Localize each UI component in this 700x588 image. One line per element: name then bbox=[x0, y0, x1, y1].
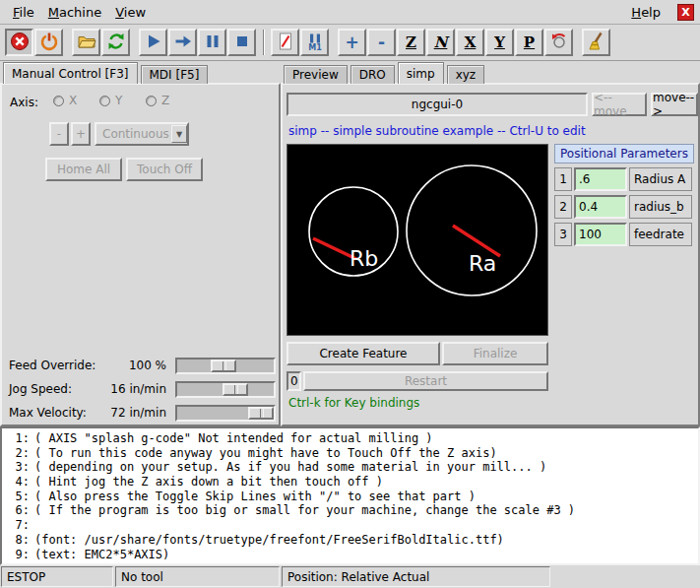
open-file-button[interactable] bbox=[72, 29, 100, 56]
menu-machine[interactable]: Machine bbox=[41, 2, 108, 23]
tab-manual-control[interactable]: Manual Control [F3] bbox=[3, 62, 138, 84]
letter-z-icon: Z bbox=[406, 33, 416, 51]
param-index: 2 bbox=[554, 195, 572, 219]
gcode-line: 1:( AXIS "splash g-code" Not intended fo… bbox=[4, 431, 696, 446]
jog-plus-button[interactable]: + bbox=[71, 122, 91, 146]
view-perspective-button[interactable]: P bbox=[515, 29, 543, 56]
max-velocity-label: Max Velocity: bbox=[9, 406, 87, 420]
axis-radio-z[interactable]: Z bbox=[146, 94, 169, 107]
view-z-rotated-button[interactable]: N bbox=[426, 29, 455, 56]
move-right-button[interactable]: move--> bbox=[651, 93, 698, 116]
axis-radio-x[interactable]: X bbox=[53, 94, 77, 107]
create-feature-button[interactable]: Create Feature bbox=[286, 342, 440, 365]
view-y-button[interactable]: Y bbox=[485, 29, 514, 56]
reload-button[interactable] bbox=[101, 29, 130, 56]
letter-p-icon: P bbox=[524, 33, 535, 51]
gcode-line: 3:( depending on your setup. As if you h… bbox=[4, 460, 696, 475]
status-position: Position: Relative Actual bbox=[282, 566, 550, 587]
parameter-row: 3 100 feedrate bbox=[554, 223, 694, 246]
restart-count-field[interactable]: 0 bbox=[286, 371, 301, 391]
feed-override-slider[interactable] bbox=[175, 358, 276, 374]
jog-minus-button[interactable]: - bbox=[49, 122, 69, 146]
minus-icon: - bbox=[378, 33, 385, 52]
pause-button[interactable] bbox=[198, 29, 226, 56]
toolbar-separator bbox=[263, 30, 265, 55]
tab-mdi[interactable]: MDI [F5] bbox=[141, 65, 209, 84]
axis-radio-y[interactable]: Y bbox=[99, 94, 122, 107]
manual-control-panel: Manual Control [F3] MDI [F5] Axis: X Y Z… bbox=[0, 61, 281, 426]
radius-b-label: Rb bbox=[350, 246, 378, 271]
close-icon[interactable]: X bbox=[677, 4, 694, 21]
chevron-down-icon: ▼ bbox=[171, 125, 187, 143]
clear-plot-button[interactable] bbox=[582, 29, 610, 56]
tab-simp[interactable]: simp bbox=[398, 62, 444, 84]
param-name-label: feedrate bbox=[629, 223, 692, 246]
rotate-view-button[interactable] bbox=[544, 29, 573, 56]
gcode-listing[interactable]: 1:( AXIS "splash g-code" Not intended fo… bbox=[0, 426, 700, 565]
menu-help[interactable]: Help bbox=[624, 2, 668, 23]
ngcgui-page: ngcgui-0 <--move move--> simp -- simple … bbox=[281, 83, 700, 426]
machine-power-button[interactable] bbox=[34, 29, 63, 56]
param-value-input[interactable]: 0.4 bbox=[574, 195, 627, 219]
menu-file[interactable]: File bbox=[6, 2, 41, 23]
letter-y-icon: Y bbox=[494, 33, 505, 51]
plus-icon: + bbox=[345, 33, 358, 52]
jog-mode-select[interactable]: Continuous ▼ bbox=[95, 122, 189, 146]
max-velocity-slider[interactable] bbox=[175, 405, 276, 422]
estop-button[interactable] bbox=[5, 29, 33, 56]
feed-override-row: Feed Override: 100 % bbox=[2, 356, 279, 377]
param-name-label: Radius A bbox=[629, 167, 692, 191]
param-value-input[interactable]: .6 bbox=[574, 167, 627, 191]
menu-view[interactable]: View bbox=[108, 2, 153, 23]
view-x-button[interactable]: X bbox=[456, 29, 484, 56]
m1-pause-icon: M1 bbox=[305, 32, 325, 54]
optional-pause-button[interactable]: M1 bbox=[300, 29, 329, 56]
restart-button[interactable]: Restart bbox=[303, 371, 548, 391]
max-velocity-row: Max Velocity: 72 in/min bbox=[2, 403, 279, 425]
gcode-line: 8:(font: /usr/share/fonts/truetype/freef… bbox=[4, 533, 696, 548]
param-value-input[interactable]: 100 bbox=[574, 223, 627, 246]
slider-handle[interactable] bbox=[211, 359, 236, 372]
reload-icon bbox=[106, 32, 126, 54]
manual-control-page: Axis: X Y Z - + Continuous ▼ Home All To… bbox=[0, 83, 281, 426]
move-left-button[interactable]: <--move bbox=[592, 93, 647, 116]
status-estop: ESTOP bbox=[1, 566, 113, 587]
menu-bar: File Machine View Help X bbox=[0, 0, 700, 25]
param-index: 1 bbox=[554, 167, 572, 191]
run-button[interactable] bbox=[139, 29, 167, 56]
status-bar: ESTOP No tool Position: Relative Actual bbox=[0, 565, 700, 588]
letter-x-icon: X bbox=[465, 33, 477, 51]
parameter-row: 2 0.4 radius_b bbox=[554, 195, 694, 219]
radio-icon bbox=[99, 96, 110, 106]
tab-dro[interactable]: DRO bbox=[350, 65, 395, 84]
jog-speed-slider[interactable] bbox=[175, 381, 276, 398]
zoom-out-button[interactable]: - bbox=[367, 29, 396, 56]
view-z-button[interactable]: Z bbox=[397, 29, 425, 56]
slider-handle[interactable] bbox=[248, 407, 274, 420]
left-tab-row: Manual Control [F3] MDI [F5] bbox=[3, 61, 211, 84]
toolbar: M1 + - Z N X Y P bbox=[0, 25, 700, 61]
skip-lines-button[interactable] bbox=[271, 29, 299, 56]
pause-icon bbox=[203, 32, 223, 54]
touch-off-button[interactable]: Touch Off bbox=[126, 158, 203, 181]
slider-handle[interactable] bbox=[223, 383, 248, 396]
step-button[interactable] bbox=[168, 29, 197, 56]
ngcgui-name-field[interactable]: ngcgui-0 bbox=[286, 93, 588, 116]
finalize-button[interactable]: Finalize bbox=[442, 342, 548, 365]
tab-xyz[interactable]: xyz bbox=[447, 65, 485, 84]
axis-label: Axis: bbox=[10, 96, 38, 109]
zoom-in-button[interactable]: + bbox=[338, 29, 366, 56]
positional-parameters: Positional Parameters 1 .6 Radius A 2 0.… bbox=[554, 144, 694, 246]
tab-preview[interactable]: Preview bbox=[284, 65, 348, 84]
jog-mode-value: Continuous bbox=[102, 127, 169, 141]
slash-page-icon bbox=[276, 32, 295, 54]
key-bindings-hint: Ctrl-k for Key bindings bbox=[288, 396, 419, 410]
param-index: 3 bbox=[554, 223, 572, 246]
broom-icon bbox=[587, 32, 606, 54]
folder-icon bbox=[77, 32, 96, 54]
gcode-line: 2:( To run this code anyway you might ha… bbox=[4, 446, 696, 461]
home-all-button[interactable]: Home All bbox=[45, 158, 122, 181]
gcode-line: 6:( If the program is too big or small f… bbox=[4, 503, 696, 518]
stop-button[interactable] bbox=[227, 29, 256, 56]
play-icon bbox=[144, 32, 163, 54]
